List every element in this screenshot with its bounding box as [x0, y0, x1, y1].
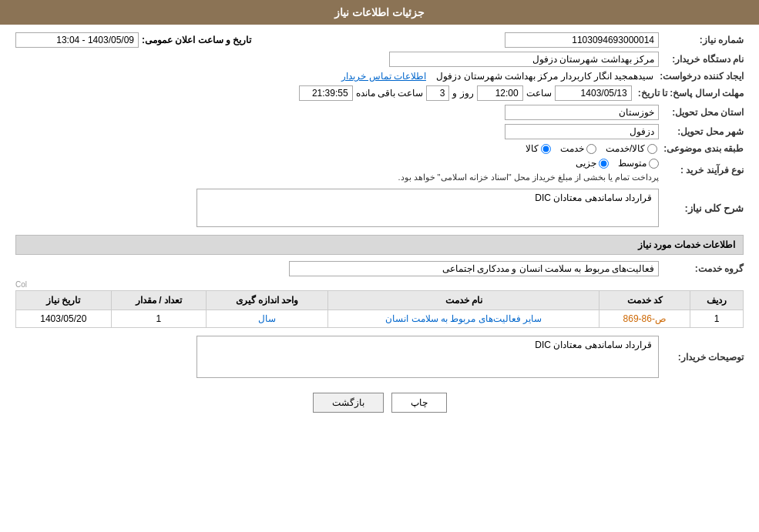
- radio-khadamat-label: خدمت: [560, 143, 584, 154]
- row-mohlat: مهلت ارسال پاسخ: تا تاریخ: 1403/05/13 سا…: [15, 85, 744, 101]
- value-tabaghebandi: کالا/خدمت خدمت کالا: [15, 143, 657, 154]
- row-toseifKharidar: توصیحات خریدار: قرارداد ساماندهی معتادان…: [15, 336, 744, 378]
- section-services-title: اطلاعات خدمات مورد نیاز: [15, 235, 744, 255]
- value-noefarayand: متوسط جزیی پرداخت تمام یا بخشی از مبلغ خ…: [15, 158, 659, 182]
- row-groheKhadamat: گروه خدمت: فعالیت‌های مربوط به سلامت انس…: [15, 261, 744, 276]
- text-toseifKharidar: قرارداد ساماندهی معتادان DIC: [535, 340, 652, 350]
- radio-jozi-input[interactable]: [599, 159, 609, 169]
- th-tarikh: تاریخ نیاز: [16, 291, 112, 310]
- radio-kala[interactable]: کالا: [526, 143, 551, 154]
- radio-kala-khadamat-input[interactable]: [647, 144, 657, 154]
- table-row: 1 ص-86-869 سایر فعالیت‌های مربوط به سلام…: [16, 310, 744, 328]
- value-groheKhadamat: فعالیت‌های مربوط به سلامت انسان و مددکار…: [15, 261, 659, 276]
- input-saat: 12:00: [477, 85, 523, 101]
- th-kodKhadamat: کد خدمت: [599, 291, 690, 310]
- button-area: چاپ بازگشت: [15, 382, 744, 420]
- th-tedad: تعداد / مقدار: [111, 291, 206, 310]
- label-ejadKonande: ایجاد کننده درخواست:: [653, 71, 744, 82]
- label-toseifKharidar: توصیحات خریدار:: [659, 352, 744, 363]
- radio-kala-khadamat-label: کالا/خدمت: [606, 143, 645, 154]
- radio-motevaset[interactable]: متوسط: [618, 158, 659, 169]
- label-mohlat: مهلت ارسال پاسخ: تا تاریخ:: [632, 88, 744, 99]
- label-ostan: استان محل تحویل:: [659, 107, 744, 118]
- services-table: ردیف کد خدمت نام خدمت واحد اندازه گیری ت…: [15, 290, 744, 328]
- value-ejadKonande: سیدهمجید انگار کاربردار مرکز بهداشت شهرس…: [15, 71, 653, 82]
- th-vahed: واحد اندازه گیری: [207, 291, 328, 310]
- value-shahr: دزفول: [15, 124, 659, 139]
- input-shahr: دزفول: [505, 124, 659, 139]
- label-groheKhadamat: گروه خدمت:: [659, 263, 744, 274]
- td-tarikh: 1403/05/20: [16, 310, 112, 328]
- radio-kala-input[interactable]: [541, 144, 551, 154]
- td-tedad: 1: [111, 310, 206, 328]
- row-noefarayand: نوع فرآیند خرید : متوسط جزیی پرداخت تمام…: [15, 158, 744, 182]
- btn-chap[interactable]: چاپ: [391, 393, 447, 413]
- link-ettelaatTamas[interactable]: اطلاعات تماس خریدار: [341, 71, 426, 82]
- radio-kala-khadamat[interactable]: کالا/خدمت: [606, 143, 657, 154]
- input-tarikh: 1403/05/09 - 13:04: [15, 32, 139, 48]
- label-shomareNiaz: شماره نیاز:: [659, 35, 744, 45]
- text-sharhKoli: قرارداد ساماندهی معتادان DIC: [535, 192, 652, 203]
- td-vahed: سال: [207, 310, 328, 328]
- row-tabaghebandi: طبقه بندی موضوعی: کالا/خدمت خدمت کالا: [15, 143, 744, 154]
- text-noefarayand-desc: پرداخت تمام یا بخشی از مبلغ خریداز محل "…: [398, 172, 659, 182]
- value-sharhKoli: قرارداد ساماندهی معتادان DIC: [15, 189, 659, 227]
- row-ejadKonande: ایجاد کننده درخواست: سیدهمجید انگار کارب…: [15, 71, 744, 82]
- value-toseifKharidar: قرارداد ساماندهی معتادان DIC: [15, 336, 659, 378]
- col-label: Col: [15, 280, 744, 289]
- btn-bazgasht[interactable]: بازگشت: [313, 393, 384, 413]
- label-saat: ساعت: [526, 88, 552, 99]
- label-namDastgah: نام دستگاه خریدار:: [659, 54, 744, 65]
- th-radif: ردیف: [690, 291, 744, 310]
- input-shomareNiaz: 1103094693000014: [505, 32, 659, 48]
- label-sharhKoli: شرح کلی نیاز:: [659, 202, 744, 214]
- input-namDastgah: مرکز بهداشت شهرستان دزفول: [389, 52, 659, 67]
- radio-khadamat[interactable]: خدمت: [560, 143, 596, 154]
- value-mohlat: 1403/05/13 ساعت 12:00 روز و 3 ساعت باقی …: [15, 85, 632, 101]
- label-tabaghebandi: طبقه بندی موضوعی:: [657, 143, 744, 154]
- input-roz: 3: [426, 85, 449, 101]
- radio-motevaset-label: متوسط: [618, 158, 646, 169]
- row-sharhKoli: شرح کلی نیاز: قرارداد ساماندهی معتادان D…: [15, 189, 744, 227]
- label-baghimande: ساعت باقی مانده: [356, 88, 424, 99]
- label-shahr: شهر محل تحویل:: [659, 126, 744, 137]
- td-radif: 1: [690, 310, 744, 328]
- value-ostan: خوزستان: [15, 105, 659, 120]
- label-noefarayand: نوع فرآیند خرید :: [659, 165, 744, 176]
- label-roz: روز و: [452, 88, 473, 99]
- value-shomareNiaz: 1103094693000014: [274, 32, 659, 48]
- radio-khadamat-input[interactable]: [586, 144, 596, 154]
- radio-motevaset-input[interactable]: [649, 159, 659, 169]
- td-kodKhadamat: ص-86-869: [599, 310, 690, 328]
- input-ostan: خوزستان: [505, 105, 659, 120]
- page-wrapper: جزئیات اطلاعات نیاز شماره نیاز: 11030946…: [0, 0, 759, 532]
- radio-jozi[interactable]: جزیی: [576, 158, 609, 169]
- row-shahr: شهر محل تحویل: دزفول: [15, 124, 744, 139]
- page-title: جزئیات اطلاعات نیاز: [334, 6, 425, 18]
- row-ostan: استان محل تحویل: خوزستان: [15, 105, 744, 120]
- th-namKhadamat: نام خدمت: [328, 291, 599, 310]
- page-header: جزئیات اطلاعات نیاز: [0, 0, 759, 25]
- row-namDastgah: نام دستگاه خریدار: مرکز بهداشت شهرستان د…: [15, 52, 744, 67]
- row-shomareNiaz: شماره نیاز: 1103094693000014 تاریخ و ساع…: [15, 32, 744, 48]
- label-tarikh: تاریخ و ساعت اعلان عمومی:: [142, 35, 251, 45]
- input-baghimande: 21:39:55: [299, 85, 353, 101]
- radio-jozi-label: جزیی: [576, 158, 596, 169]
- value-namDastgah: مرکز بهداشت شهرستان دزفول: [15, 52, 659, 67]
- text-ejadKonande: سیدهمجید انگار کاربردار مرکز بهداشت شهرس…: [436, 71, 653, 82]
- input-mohlat-date: 1403/05/13: [555, 85, 632, 101]
- table-header-row: ردیف کد خدمت نام خدمت واحد اندازه گیری ت…: [16, 291, 744, 310]
- td-namKhadamat: سایر فعالیت‌های مربوط به سلامت انسان: [328, 310, 599, 328]
- input-groheKhadamat: فعالیت‌های مربوط به سلامت انسان و مددکار…: [289, 261, 659, 276]
- radio-kala-label: کالا: [526, 143, 539, 154]
- content-area: شماره نیاز: 1103094693000014 تاریخ و ساع…: [0, 25, 759, 428]
